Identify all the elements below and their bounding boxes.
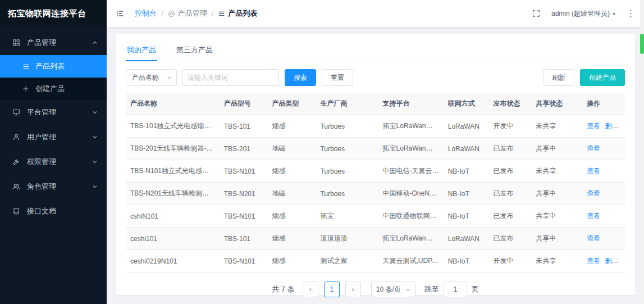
chevron-down-icon (92, 184, 98, 189)
sidebar-item-label: 用户管理 (27, 132, 92, 142)
chevron-down-icon (92, 159, 98, 165)
table-cell: 中国电信-天翼云平台... (378, 160, 444, 183)
view-link[interactable]: 查看 (587, 257, 600, 265)
table-cell: 烟感 (268, 160, 316, 183)
table-cell: 已发布 (489, 138, 532, 160)
chevron-down-icon (405, 287, 410, 292)
filter-field-select[interactable]: 产品名称 (126, 69, 177, 86)
sidebar-subitem-product-list[interactable]: 产品列表 (0, 55, 107, 78)
sidebar-subitem-create-product[interactable]: 创建产品 (0, 78, 107, 100)
table-cell: NB-IoT (444, 160, 489, 183)
table-cell: 中国联通物联网平台... (378, 205, 444, 228)
table-cell: 中国移动-OneNet平台... (378, 183, 444, 205)
breadcrumb-item[interactable]: 产品管理 (168, 8, 207, 19)
filter-field-value: 产品名称 (132, 73, 159, 83)
filter-bar: 产品名称 搜索 重置 刷新 创建产品 (126, 61, 625, 93)
column-header: 发布状态 (489, 93, 532, 115)
table-cell: 烟感 (268, 250, 316, 273)
table-body: TBS-101独立式光电感烟火灾探测...TBS-101烟感Turboes拓宝L… (126, 115, 625, 273)
user-menu[interactable]: admin (超级管理员) ▾ (551, 9, 615, 19)
delete-link[interactable]: 删除 (605, 257, 618, 265)
column-header: 产品型号 (220, 93, 268, 115)
sidebar-collapse-icon[interactable] (116, 9, 125, 18)
submenu-product-management: 产品列表创建产品 (0, 55, 107, 100)
next-page-button[interactable]: › (345, 282, 361, 297)
table-cell: 共享中 (531, 138, 582, 160)
book-icon (12, 207, 21, 215)
chevron-down-icon (92, 134, 98, 140)
breadcrumb-label: 控制台 (135, 8, 157, 19)
table-cell: 烟感 (268, 205, 316, 228)
tabs: 我的产品 第三方产品 (126, 34, 625, 61)
more-icon[interactable]: ⋮ (627, 8, 635, 19)
tab-my-products[interactable]: 我的产品 (126, 42, 157, 61)
view-link[interactable]: 查看 (587, 212, 600, 220)
table-cell: 烟感 (268, 228, 316, 250)
table-cell: TBS-101独立式光电感烟火灾探测... (126, 115, 220, 138)
prev-page-button[interactable]: ‹ (303, 282, 318, 297)
caret-down-icon: ▾ (613, 11, 615, 17)
wrench-icon (12, 158, 21, 166)
column-header: 联网方式 (444, 93, 489, 115)
table-cell: 已发布 (489, 205, 532, 228)
current-page-button[interactable]: 1 (324, 282, 340, 297)
table-row: TBS-201无线车辆检测器--勿删! ...TBS-201地磁Turboes拓… (126, 138, 625, 160)
sidebar-item-permission-management[interactable]: 权限管理 (0, 149, 107, 174)
sidebar-item-platform-management[interactable]: 平台管理 (0, 100, 107, 125)
jump-input[interactable] (444, 282, 467, 297)
sidebar-item-product-management[interactable]: 产品管理 (0, 30, 107, 55)
actions-cell: 查看删除 (582, 115, 625, 138)
table-cell: NB-IoT (444, 250, 489, 273)
actions-cell: 查看 (582, 205, 625, 228)
table-cell: 测试之家 (316, 250, 378, 273)
pagination-total: 共 7 条 (272, 284, 294, 294)
refresh-button[interactable]: 刷新 (543, 69, 574, 86)
column-header: 支持平台 (378, 93, 444, 115)
tab-third-party-products[interactable]: 第三方产品 (175, 42, 214, 61)
table-row: TBS-101独立式光电感烟火灾探测...TBS-101烟感Turboes拓宝L… (126, 115, 625, 138)
table-cell: TBS-N201 (220, 183, 268, 205)
view-link[interactable]: 查看 (587, 234, 600, 242)
pagination: 共 7 条 ‹ 1 › 10 条/页 跳至 页 (126, 273, 625, 304)
content-area: 我的产品 第三方产品 产品名称 搜索 重置 刷新 创建产品 (107, 27, 644, 304)
sidebar-item-role-management[interactable]: 角色管理 (0, 174, 107, 199)
breadcrumb-item: 产品列表 (218, 8, 257, 19)
table-cell: 未共享 (531, 115, 582, 138)
table-cell: 已发布 (489, 183, 532, 205)
breadcrumb-separator: / (212, 10, 214, 18)
view-link[interactable]: 查看 (587, 144, 600, 152)
table-cell: 拓宝LoRaWan平台 (378, 228, 444, 250)
page-jumper: 跳至 页 (424, 282, 479, 297)
create-product-button[interactable]: 创建产品 (580, 69, 625, 86)
sidebar-item-api-docs[interactable]: 接口文档 (0, 199, 107, 224)
actions-cell: 查看删除 (582, 250, 625, 273)
fullscreen-icon[interactable] (532, 10, 540, 17)
table-cell: TBS-101 (220, 115, 268, 138)
table-cell: TBS-N101 (220, 205, 268, 228)
table-cell: 已发布 (489, 228, 532, 250)
view-link[interactable]: 查看 (587, 167, 600, 175)
sidebar-item-user-management[interactable]: 用户管理 (0, 125, 107, 149)
column-header: 操作 (582, 93, 625, 115)
jump-suffix: 页 (472, 284, 479, 294)
table-cell: NB-IoT (444, 183, 489, 205)
delete-link[interactable]: 删除 (605, 122, 618, 130)
chevron-down-icon (92, 110, 98, 115)
breadcrumb-item[interactable]: 控制台 (135, 8, 157, 19)
breadcrumb-label: 产品列表 (228, 8, 257, 19)
view-link[interactable]: 查看 (587, 189, 600, 197)
jump-label: 跳至 (424, 284, 439, 294)
view-link[interactable]: 查看 (587, 122, 600, 130)
window-scrollbar-thumb[interactable] (640, 34, 644, 54)
sidebar-menu: 产品管理产品列表创建产品平台管理用户管理权限管理角色管理接口文档 (0, 27, 107, 224)
table-cell: 开发中 (489, 115, 532, 138)
sidebar-subitem-label: 产品列表 (35, 61, 65, 71)
search-button[interactable]: 搜索 (285, 69, 316, 86)
reset-button[interactable]: 重置 (322, 69, 353, 86)
page-size-select[interactable]: 10 条/页 (371, 282, 415, 297)
table-row: ceshi101TBS-101烟感顶顶顶顶拓宝LoRaWan平台LoRaWAN已… (126, 228, 625, 250)
users-icon (12, 183, 21, 190)
table-cell: cshiN101 (126, 205, 220, 228)
keyword-input[interactable] (182, 69, 279, 86)
window-scrollbar-track (640, 0, 644, 304)
